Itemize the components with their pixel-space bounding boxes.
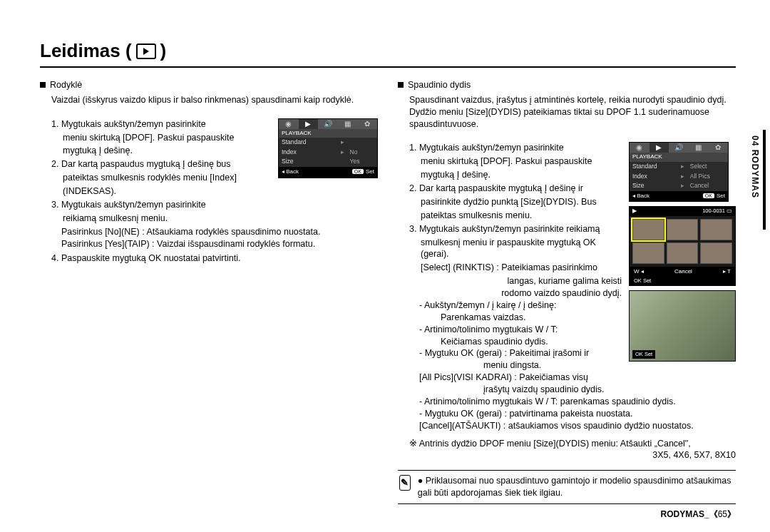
- tab-play-icon: ▶: [299, 119, 319, 129]
- step-detail: Pasirinkus [No](NE) : Atšaukiama rodyklė…: [40, 226, 378, 238]
- row-val: Select: [687, 162, 728, 171]
- ok-btn: OK: [635, 351, 643, 357]
- tab-play-icon: ▶: [650, 143, 669, 153]
- title-text: Leidimas (: [40, 40, 132, 62]
- title-suffix: ): [160, 40, 167, 62]
- left-intro: Vaizdai (išskyrus vaizdo klipus ir balso…: [40, 94, 378, 106]
- row-val: No: [347, 148, 377, 157]
- row-val: Yes: [347, 157, 377, 166]
- thumbnail: [700, 242, 732, 264]
- left-column: Rodyklė Vaizdai (išskyrus vaizdo klipus …: [40, 79, 378, 504]
- left-screenshot: ◉ ▶ 🔊 ▦ ✿ PLAYBACK Standard▸ Index▸No Si…: [278, 118, 378, 178]
- size-options: 3X5, 4X6, 5X7, 8X10: [398, 449, 736, 461]
- set-label: Set: [645, 351, 652, 357]
- tab-sound-icon: 🔊: [318, 119, 338, 129]
- page-title: Leidimas ( ): [40, 40, 736, 62]
- step: (INDEKSAS).: [51, 185, 378, 198]
- set-hint: OKSet: [352, 168, 374, 176]
- bullet: - Mygtuku OK (gerai) : patvirtinama pake…: [398, 408, 736, 420]
- note-box: ✎ ● Priklausomai nuo spausdintuvo gamint…: [398, 470, 736, 504]
- screen-label: PLAYBACK: [630, 153, 728, 162]
- footer: RODYMAS_《65》: [661, 508, 736, 521]
- right-column: Spaudinio dydis Spausdinant vaizdus, įra…: [398, 79, 736, 504]
- tab-gear-icon: ✿: [357, 119, 377, 129]
- note-icon: ✎: [399, 475, 411, 491]
- set-label: Set: [643, 277, 651, 284]
- side-tab-marker: [763, 130, 766, 230]
- row-key: Index: [630, 172, 678, 181]
- row-val: Cancel: [687, 181, 728, 190]
- page-number: 65: [718, 509, 727, 519]
- tab-sound-icon: 🔊: [669, 143, 689, 153]
- thumbnail: [632, 219, 664, 240]
- step: 4. Paspauskite mygtuką OK nuostatai patv…: [40, 252, 378, 265]
- thumbnail: [667, 242, 699, 264]
- right-heading: Spaudinio dydis: [408, 79, 471, 91]
- set-hint: OKSet: [703, 193, 725, 200]
- step: reikiamą smulkesnį meniu.: [51, 213, 378, 225]
- row-val: All Pics: [687, 172, 728, 181]
- note-text: ● Priklausomai nuo spausdintuvo gamintoj…: [418, 475, 734, 499]
- thumbnail-selector-screen: ▶ 100-0031 ▭ W ◂ Cancel ▸ T OK Set: [629, 206, 736, 286]
- footer-label: RODYMAS: [661, 509, 704, 519]
- photo-preview-screen: OK Set: [629, 290, 736, 362]
- play-mode-icon: ▶: [632, 208, 637, 215]
- row-key: Standard: [630, 162, 678, 171]
- thumbnail: [700, 219, 732, 240]
- tab-grid-icon: ▦: [689, 143, 709, 153]
- tab-gear-icon: ✿: [708, 143, 728, 153]
- left-heading: Rodyklė: [50, 79, 82, 91]
- row-key: Size: [279, 157, 338, 166]
- back-hint: ◂ Back: [632, 193, 650, 200]
- right-intro: Spausdinant vaizdus, įrašytus į atmintin…: [398, 94, 736, 131]
- step: 3. Mygtukais aukštyn/žemyn pasirinkite: [51, 199, 378, 211]
- bullet-icon: [40, 82, 46, 88]
- bullet: - Artinimo/tolinimo mygtukais W / T: par…: [398, 396, 736, 408]
- step-detail: Pasirinkus [Yes](TAIP) : Vaizdai išspaus…: [40, 238, 378, 250]
- row-key: Standard: [279, 138, 338, 147]
- row-val: [347, 138, 377, 147]
- bullet-icon: [398, 82, 404, 88]
- right-screens: ◉ ▶ 🔊 ▦ ✿ PLAYBACK Standard▸Select Index…: [629, 142, 736, 362]
- step-detail: įrašytų vaizdų spaudinio dydis.: [398, 384, 736, 396]
- secondary-note: ※ Antrinis dydžio DPOF meniu [Size](DYDI…: [398, 438, 736, 450]
- side-tab: 04 RODYMAS: [750, 135, 760, 198]
- cancel-label: Cancel: [674, 268, 692, 276]
- ok-btn: OK: [634, 277, 642, 284]
- row-key: Index: [279, 148, 338, 157]
- tab-icon: ◉: [630, 143, 650, 153]
- step-detail: [All Pics](VISI KADRAI) : Pakeičiamas vi…: [398, 372, 736, 384]
- play-icon: [136, 44, 156, 59]
- row-key: Size: [630, 181, 678, 190]
- zoom-t: ▸ T: [723, 268, 731, 276]
- step-detail: [Cancel](ATŠAUKTI) : atšaukiamos visos s…: [398, 420, 736, 432]
- tab-grid-icon: ▦: [338, 119, 358, 129]
- title-divider: [40, 66, 736, 68]
- back-hint: ◂ Back: [282, 168, 299, 176]
- thumbnail: [632, 242, 664, 264]
- screen-label: PLAYBACK: [279, 129, 377, 138]
- thumbnail: [667, 219, 699, 240]
- zoom-w: W ◂: [634, 268, 644, 276]
- tab-icon: ◉: [279, 119, 299, 129]
- file-counter: 100-0031: [702, 208, 725, 214]
